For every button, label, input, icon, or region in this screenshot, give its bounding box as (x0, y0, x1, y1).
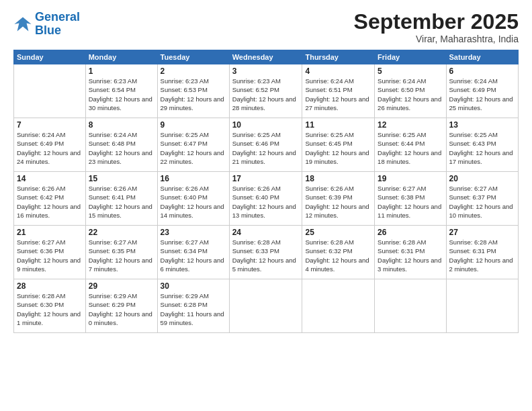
table-row: 24Sunrise: 6:28 AMSunset: 6:33 PMDayligh… (229, 226, 302, 279)
day-number: 3 (232, 66, 300, 76)
day-number: 10 (232, 120, 300, 130)
table-row: 7Sunrise: 6:24 AMSunset: 6:49 PMDaylight… (14, 118, 86, 172)
day-info: Sunrise: 6:24 AMSunset: 6:50 PMDaylight:… (378, 77, 443, 112)
day-number: 27 (449, 228, 515, 237)
day-info: Sunrise: 6:25 AMSunset: 6:45 PMDaylight:… (305, 130, 371, 166)
col-wednesday: Wednesday (229, 50, 302, 64)
day-number: 2 (161, 66, 226, 76)
day-info: Sunrise: 6:24 AMSunset: 6:51 PMDaylight:… (305, 77, 371, 112)
day-number: 8 (89, 120, 154, 130)
table-row: 16Sunrise: 6:26 AMSunset: 6:40 PMDayligh… (157, 172, 229, 226)
day-info: Sunrise: 6:28 AMSunset: 6:30 PMDaylight:… (17, 291, 83, 327)
table-row: 27Sunrise: 6:28 AMSunset: 6:31 PMDayligh… (446, 226, 518, 279)
day-number: 20 (449, 174, 515, 183)
calendar-header-row: Sunday Monday Tuesday Wednesday Thursday… (14, 50, 519, 64)
day-info: Sunrise: 6:24 AMSunset: 6:49 PMDaylight:… (449, 77, 515, 112)
day-info: Sunrise: 6:25 AMSunset: 6:47 PMDaylight:… (161, 130, 226, 166)
col-friday: Friday (375, 50, 446, 64)
table-row: 10Sunrise: 6:25 AMSunset: 6:46 PMDayligh… (229, 118, 302, 172)
day-info: Sunrise: 6:29 AMSunset: 6:28 PMDaylight:… (161, 291, 226, 327)
day-info: Sunrise: 6:27 AMSunset: 6:34 PMDaylight:… (161, 238, 226, 273)
table-row: 11Sunrise: 6:25 AMSunset: 6:45 PMDayligh… (302, 118, 375, 172)
location: Virar, Maharashtra, India (354, 34, 519, 44)
day-number: 9 (161, 120, 226, 130)
day-number: 26 (378, 228, 443, 237)
day-number: 30 (161, 281, 226, 291)
day-number: 29 (89, 281, 154, 291)
table-row: 22Sunrise: 6:27 AMSunset: 6:35 PMDayligh… (85, 226, 157, 279)
table-row (229, 279, 302, 333)
day-info: Sunrise: 6:25 AMSunset: 6:46 PMDaylight:… (232, 130, 300, 166)
day-number: 17 (232, 174, 300, 183)
table-row: 20Sunrise: 6:27 AMSunset: 6:37 PMDayligh… (446, 172, 518, 226)
table-row: 17Sunrise: 6:26 AMSunset: 6:40 PMDayligh… (229, 172, 302, 226)
logo: General Blue (13, 11, 80, 38)
col-monday: Monday (85, 50, 157, 64)
day-info: Sunrise: 6:27 AMSunset: 6:36 PMDaylight:… (17, 238, 83, 273)
table-row: 14Sunrise: 6:26 AMSunset: 6:42 PMDayligh… (14, 172, 86, 226)
day-info: Sunrise: 6:26 AMSunset: 6:39 PMDaylight:… (305, 184, 371, 220)
table-row: 12Sunrise: 6:25 AMSunset: 6:44 PMDayligh… (375, 118, 446, 172)
table-row (446, 279, 518, 333)
day-info: Sunrise: 6:26 AMSunset: 6:41 PMDaylight:… (89, 184, 154, 220)
day-number: 25 (305, 228, 371, 237)
table-row: 9Sunrise: 6:25 AMSunset: 6:47 PMDaylight… (157, 118, 229, 172)
day-number: 12 (378, 120, 443, 130)
table-row: 25Sunrise: 6:28 AMSunset: 6:32 PMDayligh… (302, 226, 375, 279)
day-info: Sunrise: 6:25 AMSunset: 6:43 PMDaylight:… (449, 130, 515, 166)
table-row: 5Sunrise: 6:24 AMSunset: 6:50 PMDaylight… (375, 64, 446, 118)
day-number: 22 (89, 228, 154, 237)
title-area: September 2025 Virar, Maharashtra, India (354, 11, 519, 44)
day-number: 4 (305, 66, 371, 76)
day-number: 11 (305, 120, 371, 130)
table-row: 18Sunrise: 6:26 AMSunset: 6:39 PMDayligh… (302, 172, 375, 226)
table-row: 13Sunrise: 6:25 AMSunset: 6:43 PMDayligh… (446, 118, 518, 172)
day-number: 6 (449, 66, 515, 76)
day-number: 24 (232, 228, 300, 237)
day-info: Sunrise: 6:23 AMSunset: 6:52 PMDaylight:… (232, 77, 300, 112)
day-info: Sunrise: 6:24 AMSunset: 6:49 PMDaylight:… (17, 130, 83, 166)
day-number: 28 (17, 281, 83, 291)
table-row: 4Sunrise: 6:24 AMSunset: 6:51 PMDaylight… (302, 64, 375, 118)
table-row (375, 279, 446, 333)
col-sunday: Sunday (14, 50, 86, 64)
table-row: 19Sunrise: 6:27 AMSunset: 6:38 PMDayligh… (375, 172, 446, 226)
table-row: 2Sunrise: 6:23 AMSunset: 6:53 PMDaylight… (157, 64, 229, 118)
day-info: Sunrise: 6:24 AMSunset: 6:48 PMDaylight:… (89, 130, 154, 166)
table-row: 8Sunrise: 6:24 AMSunset: 6:48 PMDaylight… (85, 118, 157, 172)
table-row: 15Sunrise: 6:26 AMSunset: 6:41 PMDayligh… (85, 172, 157, 226)
table-row: 21Sunrise: 6:27 AMSunset: 6:36 PMDayligh… (14, 226, 86, 279)
table-row: 1Sunrise: 6:23 AMSunset: 6:54 PMDaylight… (85, 64, 157, 118)
col-saturday: Saturday (446, 50, 518, 64)
day-number: 18 (305, 174, 371, 183)
day-info: Sunrise: 6:23 AMSunset: 6:53 PMDaylight:… (161, 77, 226, 112)
day-info: Sunrise: 6:25 AMSunset: 6:44 PMDaylight:… (378, 130, 443, 166)
day-info: Sunrise: 6:29 AMSunset: 6:29 PMDaylight:… (89, 291, 154, 327)
svg-marker-0 (14, 17, 31, 31)
day-info: Sunrise: 6:27 AMSunset: 6:35 PMDaylight:… (89, 238, 154, 273)
day-number: 15 (89, 174, 154, 183)
day-number: 16 (161, 174, 226, 183)
table-row: 3Sunrise: 6:23 AMSunset: 6:52 PMDaylight… (229, 64, 302, 118)
day-info: Sunrise: 6:28 AMSunset: 6:33 PMDaylight:… (232, 238, 300, 273)
day-number: 14 (17, 174, 83, 183)
col-tuesday: Tuesday (157, 50, 229, 64)
col-thursday: Thursday (302, 50, 375, 64)
page: General Blue September 2025 Virar, Mahar… (0, 0, 532, 411)
day-info: Sunrise: 6:28 AMSunset: 6:31 PMDaylight:… (449, 238, 515, 273)
table-row: 30Sunrise: 6:29 AMSunset: 6:28 PMDayligh… (157, 279, 229, 333)
table-row: 23Sunrise: 6:27 AMSunset: 6:34 PMDayligh… (157, 226, 229, 279)
day-info: Sunrise: 6:26 AMSunset: 6:42 PMDaylight:… (17, 184, 83, 220)
table-row: 6Sunrise: 6:24 AMSunset: 6:49 PMDaylight… (446, 64, 518, 118)
day-info: Sunrise: 6:26 AMSunset: 6:40 PMDaylight:… (232, 184, 300, 220)
logo-icon (13, 15, 32, 34)
table-row (302, 279, 375, 333)
day-info: Sunrise: 6:27 AMSunset: 6:37 PMDaylight:… (449, 184, 515, 220)
day-info: Sunrise: 6:26 AMSunset: 6:40 PMDaylight:… (161, 184, 226, 220)
table-row: 29Sunrise: 6:29 AMSunset: 6:29 PMDayligh… (85, 279, 157, 333)
header: General Blue September 2025 Virar, Mahar… (13, 11, 519, 44)
day-number: 23 (161, 228, 226, 237)
month-title: September 2025 (354, 11, 519, 32)
day-number: 13 (449, 120, 515, 130)
logo-text: General Blue (35, 11, 80, 38)
